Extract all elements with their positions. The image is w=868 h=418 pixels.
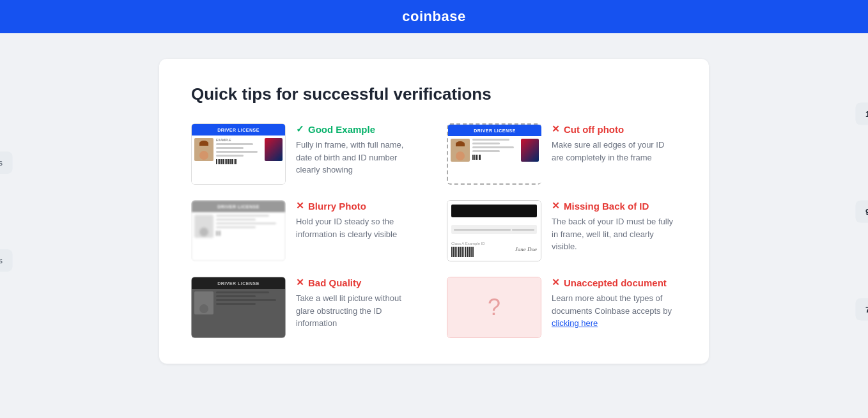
missing-back-image: Class A Example ID: [447, 200, 541, 261]
tip-blurry-photo: DRIVER LICENSE: [191, 200, 421, 261]
left-stats: 37% of failed verifications 26% of faile…: [0, 151, 13, 272]
stat-right-3: 7% of failed verifications: [855, 298, 868, 320]
blurry-photo-label: ✕ Blurry Photo: [296, 200, 421, 212]
bad-quality-desc: Take a well lit picture without glare ob…: [296, 292, 421, 330]
cutoff-photo-label: ✕ Cut off photo: [552, 123, 677, 135]
bad-quality-content: ✕ Bad Quality Take a well lit picture wi…: [296, 277, 421, 330]
stat-right-2: 9% of failed verifications: [855, 200, 868, 222]
unaccepted-desc: Learn more about the types of documents …: [552, 292, 677, 330]
question-mark-icon: ?: [488, 294, 500, 321]
stat-left-1: 37% of failed verifications: [0, 151, 13, 174]
clicking-here-link[interactable]: clicking here: [552, 318, 598, 328]
good-example-image: DRIVER LICENSE EXAMPLE: [191, 123, 286, 185]
unaccepted-image: ?: [447, 277, 541, 338]
x-icon-4: ✕: [296, 277, 304, 288]
blurry-photo-desc: Hold your ID steady so the information i…: [296, 215, 421, 240]
missing-back-content: ✕ Missing Back of ID The back of your ID…: [552, 200, 677, 253]
good-example-label: ✓ Good Example: [296, 123, 421, 135]
x-icon-5: ✕: [552, 277, 560, 288]
tips-grid: DRIVER LICENSE EXAMPLE: [191, 123, 677, 338]
blurry-photo-image: DRIVER LICENSE: [191, 200, 286, 261]
page-title: Quick tips for successful verifications: [191, 84, 677, 104]
tip-bad-quality: DRIVER LICENSE: [191, 277, 421, 338]
main-card: Quick tips for successful verifications …: [159, 59, 709, 364]
missing-back-desc: The back of your ID must be fully in fra…: [552, 215, 677, 253]
cutoff-photo-image: DRIVER LICENSE: [447, 123, 541, 185]
x-icon-3: ✕: [552, 200, 560, 212]
header: coinbase: [0, 0, 868, 33]
blurry-photo-content: ✕ Blurry Photo Hold your ID steady so th…: [296, 200, 421, 240]
unaccepted-label: ✕ Unaccepted document: [552, 277, 677, 288]
right-stats: 12% of failed verifications 9% of failed…: [855, 102, 868, 320]
check-icon: ✓: [296, 123, 304, 135]
cutoff-photo-content: ✕ Cut off photo Make sure all edges of y…: [552, 123, 677, 164]
unaccepted-content: ✕ Unaccepted document Learn more about t…: [552, 277, 677, 330]
bad-quality-image: DRIVER LICENSE: [191, 277, 286, 338]
x-icon-2: ✕: [296, 200, 304, 212]
stat-left-2: 26% of failed verifications: [0, 249, 13, 272]
x-icon: ✕: [552, 123, 560, 135]
coinbase-logo: coinbase: [402, 8, 465, 25]
cutoff-photo-desc: Make sure all edges of your ID are compl…: [552, 139, 677, 164]
bad-quality-label: ✕ Bad Quality: [296, 277, 421, 288]
tip-cutoff-photo: DRIVER LICENSE: [447, 123, 677, 185]
tip-missing-back: Class A Example ID: [447, 200, 677, 261]
missing-back-label: ✕ Missing Back of ID: [552, 200, 677, 212]
tip-good-example: DRIVER LICENSE EXAMPLE: [191, 123, 421, 185]
good-example-content: ✓ Good Example Fully in frame, with full…: [296, 123, 421, 176]
stat-right-1: 12% of failed verifications: [855, 102, 868, 125]
good-example-desc: Fully in frame, with full name, date of …: [296, 139, 421, 176]
tip-unaccepted: ? ✕ Unaccepted document Learn more about…: [447, 277, 677, 338]
